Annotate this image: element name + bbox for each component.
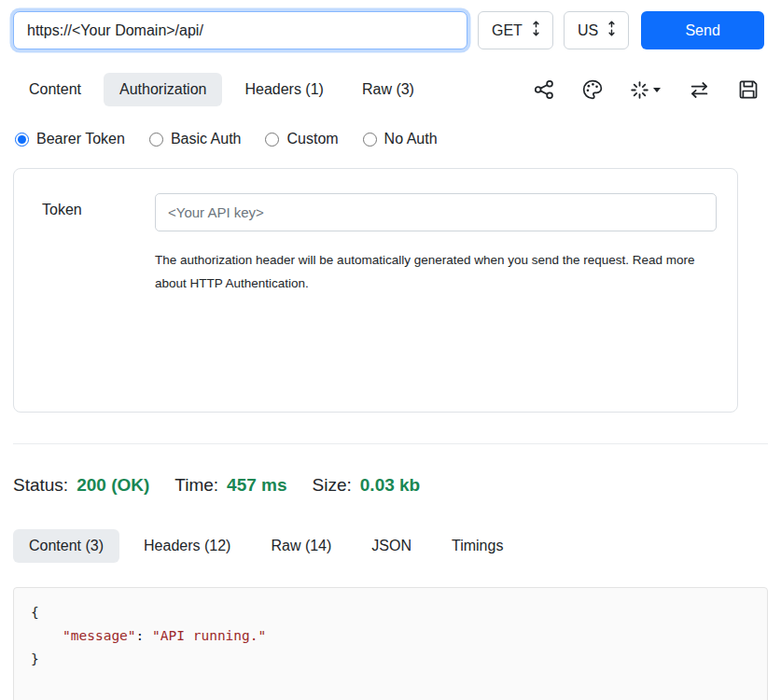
response-body[interactable]: { "message": "API running." } (13, 587, 768, 700)
json-line: { (31, 601, 750, 624)
size-value: 0.03 kb (360, 475, 420, 496)
status-value: 200 (OK) (77, 475, 149, 496)
json-key: "message" (63, 628, 136, 643)
token-input[interactable] (155, 193, 717, 231)
region-select-value: US (578, 22, 598, 39)
radio-no-auth[interactable]: No Auth (363, 131, 438, 147)
magic-options-icon[interactable] (631, 81, 661, 99)
time-value: 457 ms (227, 475, 286, 496)
time-label: Time: (174, 475, 218, 496)
json-string-value: "API running." (152, 628, 266, 643)
json-line: "message": "API running." (31, 624, 750, 648)
radio-basic-auth[interactable]: Basic Auth (149, 131, 242, 147)
share-icon[interactable] (534, 79, 554, 100)
radio-button-icon (265, 133, 279, 147)
updown-arrows-icon (531, 21, 541, 40)
json-separator: : (136, 628, 152, 643)
radio-custom[interactable]: Custom (265, 131, 338, 147)
region-select[interactable]: US (564, 11, 629, 49)
request-bar: GET US Send (13, 11, 768, 49)
radio-button-icon (15, 133, 29, 147)
tab-response-raw[interactable]: Raw (14) (255, 529, 347, 563)
status-group: Status: 200 (OK) (13, 475, 149, 496)
radio-label: Custom (286, 131, 338, 147)
size-group: Size: 0.03 kb (313, 475, 421, 496)
tab-response-headers[interactable]: Headers (12) (128, 529, 246, 563)
radio-label: Bearer Token (36, 131, 125, 147)
token-label: Token (42, 193, 155, 218)
save-icon[interactable] (738, 79, 759, 100)
tab-headers[interactable]: Headers (1) (229, 73, 339, 106)
swap-arrows-icon[interactable] (689, 80, 710, 100)
url-input[interactable] (13, 11, 467, 49)
method-select-value: GET (492, 22, 523, 39)
response-tabs-row: Content (3) Headers (12) Raw (14) JSON T… (13, 529, 768, 563)
size-label: Size: (313, 475, 352, 496)
json-line: } (31, 648, 750, 671)
request-tabs-row: Content Authorization Headers (1) Raw (3… (13, 73, 768, 106)
method-select[interactable]: GET (478, 11, 553, 49)
tab-content[interactable]: Content (13, 73, 97, 106)
radio-bearer-token[interactable]: Bearer Token (15, 131, 125, 147)
radio-label: No Auth (384, 131, 438, 147)
section-divider (13, 443, 768, 444)
tab-response-content[interactable]: Content (3) (13, 529, 119, 563)
radio-button-icon (363, 133, 377, 147)
chevron-down-icon (653, 88, 661, 92)
toolbar-icons (534, 79, 768, 100)
auth-type-radios: Bearer Token Basic Auth Custom No Auth (13, 131, 768, 147)
token-panel: Token The authorization header will be a… (13, 168, 738, 413)
radio-label: Basic Auth (171, 131, 242, 147)
tab-authorization[interactable]: Authorization (104, 73, 222, 106)
theme-palette-icon[interactable] (582, 79, 603, 100)
send-button[interactable]: Send (641, 11, 764, 49)
auth-helper-text: The authorization header will be automat… (155, 249, 715, 296)
tab-raw[interactable]: Raw (3) (346, 73, 430, 106)
tab-response-timings[interactable]: Timings (436, 529, 519, 563)
tab-response-json[interactable]: JSON (356, 529, 427, 563)
updown-arrows-icon (607, 21, 617, 40)
response-status-row: Status: 200 (OK) Time: 457 ms Size: 0.03… (13, 475, 768, 496)
radio-button-icon (149, 133, 163, 147)
time-group: Time: 457 ms (174, 475, 286, 496)
token-field-column: The authorization header will be automat… (155, 193, 717, 296)
status-label: Status: (13, 475, 68, 496)
